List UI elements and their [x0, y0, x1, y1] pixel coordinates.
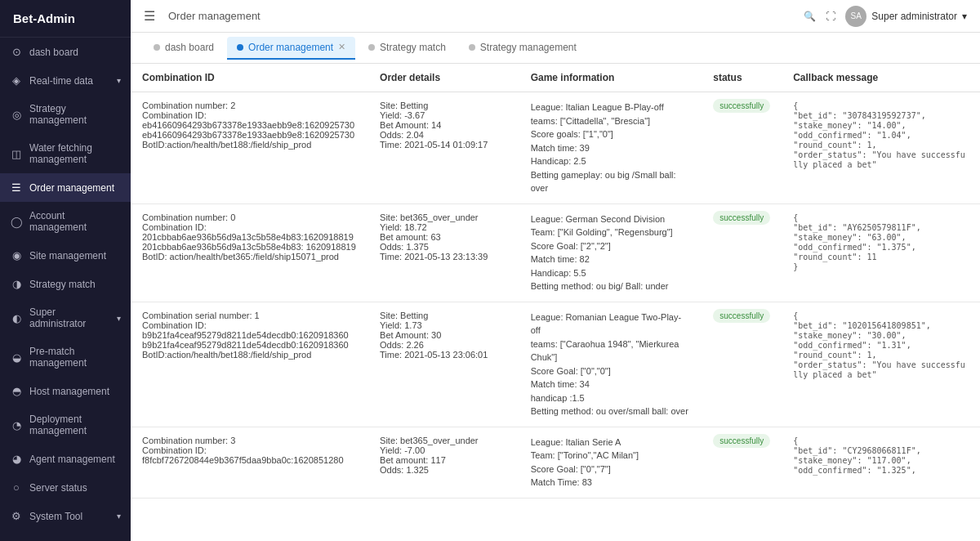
- strategy-mgmt-icon: ◎: [10, 109, 23, 121]
- order-details-cell-text: Site: bet365_over_under Yield: -7.00 Bet…: [380, 436, 478, 475]
- menu-icon[interactable]: ☰: [144, 8, 155, 24]
- orders-table: Combination ID Order details Game inform…: [131, 64, 980, 499]
- combination-id-cell: Combination number: 3 Combination ID: f8…: [131, 427, 368, 498]
- order-details-cell-text: Site: Betting Yield: 1.73 Bet Amount: 30…: [380, 311, 488, 360]
- table-row: Combination number: 3 Combination ID: f8…: [131, 427, 980, 498]
- tab-dot: [469, 44, 475, 51]
- tab-strategy-management[interactable]: Strategy management: [459, 37, 586, 60]
- col-header-combination-id: Combination ID: [131, 64, 368, 92]
- tab-label: Order management: [248, 42, 333, 53]
- system-tool-icon: ⚙: [10, 510, 23, 522]
- callback-cell: { "bet_id": "30784319592737", "stake_mon…: [782, 92, 980, 204]
- expand-icon: ▾: [117, 314, 121, 323]
- callback-text: { "bet_id": "102015641809851", "stake_mo…: [793, 311, 965, 379]
- sidebar-item-super-administrator[interactable]: ◐ Super administrator ▾: [0, 298, 131, 338]
- callback-text: { "bet_id": "CY2968066811F", "stake_mone…: [793, 436, 921, 475]
- status-cell: successfully: [702, 302, 782, 427]
- sidebar-item-label: System Tool: [29, 511, 82, 522]
- col-header-game-info: Game information: [519, 64, 702, 92]
- main-content: ☰ Order management 🔍 ⛶ SA Super administ…: [131, 0, 980, 541]
- callback-text: { "bet_id": "30784319592737", "stake_mon…: [793, 101, 965, 169]
- search-icon[interactable]: 🔍: [804, 11, 816, 22]
- avatar: SA: [845, 6, 866, 27]
- sidebar-item-deployment[interactable]: ◔ Deployment management: [0, 405, 131, 445]
- order-details-cell-text: Site: Betting Yield: -3.67 Bet Amount: 1…: [380, 101, 488, 150]
- sidebar-item-label: Strategy management: [29, 103, 121, 126]
- sidebar-item-order-management[interactable]: ☰ Order management: [0, 173, 131, 202]
- sidebar-item-label: Deployment management: [29, 414, 121, 436]
- topbar: ☰ Order management 🔍 ⛶ SA Super administ…: [131, 0, 980, 33]
- site-icon: ◉: [10, 249, 23, 262]
- user-menu[interactable]: SA Super administrator ▾: [845, 6, 967, 27]
- chevron-down-icon: ▾: [962, 11, 967, 22]
- game-info-cell-text: League: German Second Division Team: ["K…: [531, 214, 673, 292]
- sidebar-item-realtime-data[interactable]: ◈ Real-time data ▾: [0, 66, 131, 95]
- sidebar-item-agent-management[interactable]: ◕ Agent management: [0, 445, 131, 473]
- fullscreen-icon[interactable]: ⛶: [826, 11, 835, 22]
- game-info-cell: League: Italian Serie A Team: ["Torino",…: [519, 427, 702, 498]
- game-info-cell-text: League: Italian Serie A Team: ["Torino",…: [531, 437, 639, 488]
- sidebar-item-server-status[interactable]: ○ Server status: [0, 473, 131, 502]
- sidebar-item-site-management[interactable]: ◉ Site management: [0, 241, 131, 270]
- topbar-title: Order management: [168, 10, 791, 22]
- game-info-cell-text: League: Romanian League Two-Play-off tea…: [531, 312, 688, 417]
- combination-id-cell: Combination serial number: 1 Combination…: [131, 302, 368, 427]
- tab-strategy-match[interactable]: Strategy match: [359, 37, 456, 60]
- admin-icon: ◐: [10, 312, 23, 324]
- sidebar-item-strategy-match[interactable]: ◑ Strategy match: [0, 270, 131, 298]
- combination-id-cell: Combination number: 0 Combination ID: 20…: [131, 203, 368, 302]
- status-cell: successfully: [702, 203, 782, 302]
- status-badge: successfully: [713, 434, 770, 448]
- deploy-icon: ◔: [10, 419, 23, 431]
- order-details-cell-text: Site: bet365_over_under Yield: 18.72 Bet…: [380, 212, 488, 262]
- sidebar-item-account-management[interactable]: ◯ Account management: [0, 202, 131, 241]
- agent-icon: ◕: [10, 453, 23, 465]
- order-icon: ☰: [10, 181, 23, 194]
- tab-order-management[interactable]: Order management ✕: [227, 37, 355, 60]
- tab-close-icon[interactable]: ✕: [338, 42, 345, 52]
- col-header-status: status: [702, 64, 782, 92]
- sidebar-item-water-fetching[interactable]: ◫ Water fetching management: [0, 134, 131, 173]
- status-cell: successfully: [702, 92, 782, 204]
- game-info-cell: League: Italian League B-Play-off teams:…: [519, 92, 702, 204]
- topbar-actions: 🔍 ⛶ SA Super administrator ▾: [804, 6, 967, 27]
- tab-dot: [237, 44, 243, 51]
- status-badge: successfully: [713, 309, 770, 323]
- sidebar-item-label: Super administrator: [29, 306, 110, 329]
- expand-icon: ▾: [117, 512, 121, 521]
- sidebar-item-label: Order management: [29, 182, 114, 194]
- prematch-icon: ◒: [10, 351, 23, 364]
- expand-icon: ▾: [117, 76, 121, 85]
- sidebar-item-label: Account management: [29, 210, 121, 233]
- status-badge: successfully: [713, 99, 770, 113]
- sidebar-item-label: Host management: [29, 386, 109, 397]
- combination-id-cell-text: Combination number: 2 Combination ID: eb…: [142, 101, 354, 150]
- callback-cell: { "bet_id": "AY6250579811F", "stake_mone…: [782, 203, 980, 302]
- sidebar-item-pre-match[interactable]: ◒ Pre-match management: [0, 338, 131, 377]
- order-details-cell: Site: bet365_over_under Yield: -7.00 Bet…: [368, 427, 519, 498]
- sidebar-item-label: Water fetching management: [29, 142, 121, 165]
- sidebar-item-dashboard[interactable]: ⊙ dash board: [0, 38, 131, 66]
- sidebar-item-host-management[interactable]: ◓ Host management: [0, 377, 131, 405]
- status-cell: successfully: [702, 427, 782, 498]
- user-label: Super administrator: [871, 11, 957, 22]
- account-icon: ◯: [10, 216, 23, 228]
- col-header-callback: Callback message: [782, 64, 980, 92]
- water-icon: ◫: [10, 148, 23, 160]
- sidebar-item-strategy-management[interactable]: ◎ Strategy management: [0, 95, 131, 134]
- sidebar-item-label: Strategy match: [29, 279, 96, 290]
- server-icon: ○: [10, 481, 23, 494]
- sidebar-item-label: Real-time data: [29, 75, 93, 87]
- combination-id-cell-text: Combination number: 3 Combination ID: f8…: [142, 436, 344, 465]
- host-icon: ◓: [10, 385, 23, 397]
- col-header-order-details: Order details: [368, 64, 519, 92]
- combination-id-cell-text: Combination serial number: 1 Combination…: [142, 311, 349, 360]
- table-row: Combination serial number: 1 Combination…: [131, 302, 980, 427]
- sidebar-item-system-tool[interactable]: ⚙ System Tool ▾: [0, 502, 131, 530]
- strategy-match-icon: ◑: [10, 278, 23, 290]
- sidebar-item-label: Agent management: [29, 454, 115, 465]
- game-info-cell-text: League: Italian League B-Play-off teams:…: [531, 102, 679, 193]
- combination-id-cell: Combination number: 2 Combination ID: eb…: [131, 92, 368, 204]
- callback-cell: { "bet_id": "CY2968066811F", "stake_mone…: [782, 427, 980, 498]
- tab-dashboard[interactable]: dash board: [144, 37, 224, 60]
